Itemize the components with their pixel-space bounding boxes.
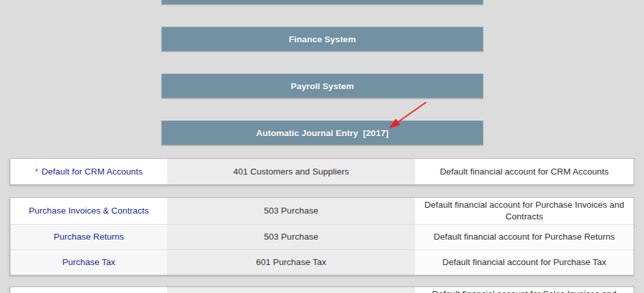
- setting-description: Default financial account for Purchase I…: [422, 199, 627, 223]
- setting-label-cell[interactable]: Purchase Invoices & Contracts: [10, 198, 167, 224]
- setting-label: Default for CRM Accounts: [42, 167, 142, 176]
- setting-label-cell[interactable]: Purchase Returns: [10, 225, 167, 249]
- setting-description-cell: Default financial account for Sales Invo…: [415, 287, 634, 293]
- table-row: *Default for CRM Accounts 401 Customers …: [10, 159, 634, 184]
- settings-group-purchase-defaults: Purchase Invoices & Contracts 503 Purcha…: [10, 197, 634, 275]
- setting-value: 601 Purchase Tax: [256, 257, 327, 268]
- setting-value-cell[interactable]: [167, 287, 415, 293]
- setting-link: Purchase Invoices & Contracts: [29, 205, 149, 217]
- setting-value: 401 Customers and Suppliers: [234, 166, 349, 178]
- setting-link: Purchase Tax: [62, 257, 116, 268]
- setting-value-cell[interactable]: 401 Customers and Suppliers: [167, 159, 415, 184]
- settings-group-sales-defaults-clipped: Default financial account for Sales Invo…: [10, 286, 634, 293]
- section-bar-automatic-journal-entry[interactable]: Automatic Journal Entry [2017]: [161, 120, 483, 145]
- setting-value-cell[interactable]: 601 Purchase Tax: [167, 250, 415, 275]
- section-bar-label: Payroll System: [291, 81, 354, 91]
- setting-value: 503 Purchase: [264, 231, 318, 243]
- setting-description: Default financial account for Sales Invo…: [422, 288, 627, 293]
- required-marker: *: [35, 167, 38, 176]
- setting-link: *Default for CRM Accounts: [35, 166, 143, 178]
- setting-value-cell[interactable]: 503 Purchase: [167, 225, 415, 249]
- settings-group-crm-defaults: *Default for CRM Accounts 401 Customers …: [10, 158, 634, 185]
- setting-description-cell: Default financial account for Purchase T…: [415, 250, 634, 275]
- setting-label-cell[interactable]: *Default for CRM Accounts: [10, 159, 167, 184]
- setting-description: Default financial account for Purchase T…: [442, 257, 606, 268]
- settings-page: Finance System Payroll System Automatic …: [0, 0, 644, 293]
- setting-label-cell[interactable]: [10, 287, 167, 293]
- setting-value: 503 Purchase: [264, 205, 318, 217]
- section-bar-label: Automatic Journal Entry [2017]: [256, 128, 388, 138]
- table-row: Purchase Returns 503 Purchase Default fi…: [10, 224, 634, 249]
- setting-description-cell: Default financial account for Purchase I…: [415, 198, 634, 224]
- table-row: Default financial account for Sales Invo…: [10, 287, 634, 293]
- setting-link: Purchase Returns: [53, 231, 124, 243]
- section-bar-finance-system[interactable]: Finance System: [161, 27, 483, 51]
- section-bar-label: Finance System: [289, 35, 356, 44]
- setting-label-cell[interactable]: Purchase Tax: [10, 250, 167, 275]
- setting-description: Default financial account for CRM Accoun…: [440, 166, 609, 178]
- setting-description-cell: Default financial account for Purchase R…: [415, 225, 634, 249]
- section-bar-cutoff[interactable]: [161, 0, 483, 5]
- table-row: Purchase Tax 601 Purchase Tax Default fi…: [10, 249, 634, 275]
- setting-value-cell[interactable]: 503 Purchase: [167, 198, 415, 224]
- setting-description: Default financial account for Purchase R…: [434, 231, 615, 243]
- section-bar-payroll-system[interactable]: Payroll System: [161, 74, 483, 98]
- setting-description-cell: Default financial account for CRM Accoun…: [415, 159, 634, 184]
- table-row: Purchase Invoices & Contracts 503 Purcha…: [10, 198, 634, 224]
